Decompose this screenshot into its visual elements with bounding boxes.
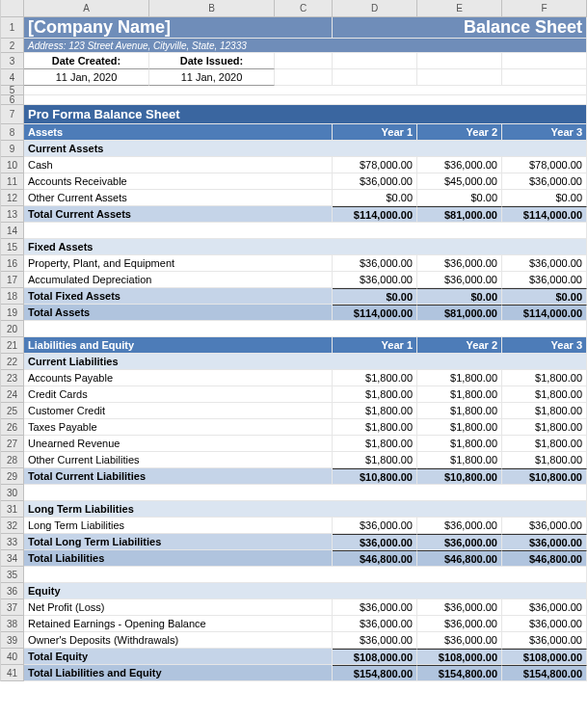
cell[interactable]: $36,000.00 xyxy=(502,255,587,272)
section-title[interactable]: Pro Forma Balance Sheet xyxy=(24,105,587,124)
row-header-34[interactable]: 34 xyxy=(1,550,24,567)
cell[interactable]: $1,800.00 xyxy=(502,386,587,403)
row-header-26[interactable]: 26 xyxy=(1,419,24,436)
row-header-24[interactable]: 24 xyxy=(1,386,24,403)
line-item[interactable]: Taxes Payable xyxy=(24,419,333,436)
blank[interactable] xyxy=(24,86,587,95)
cell[interactable]: $36,000.00 xyxy=(417,534,502,550)
total-current-assets[interactable]: Total Current Assets xyxy=(24,206,333,223)
cell[interactable]: $108,000.00 xyxy=(417,649,502,665)
cell[interactable]: $36,000.00 xyxy=(333,518,417,534)
total-equity[interactable]: Total Equity xyxy=(24,649,333,665)
row-header-36[interactable]: 36 xyxy=(1,583,24,599)
cell[interactable]: $36,000.00 xyxy=(333,255,417,272)
doc-title[interactable]: Balance Sheet xyxy=(333,17,587,39)
row-header-41[interactable]: 41 xyxy=(1,665,24,681)
blank[interactable] xyxy=(24,95,587,105)
cell[interactable]: $154,800.00 xyxy=(502,665,587,681)
cell[interactable]: $36,000.00 xyxy=(333,272,417,288)
cell[interactable]: $36,000.00 xyxy=(333,616,417,632)
cell[interactable]: $36,000.00 xyxy=(417,255,502,272)
cell[interactable]: $36,000.00 xyxy=(333,534,417,550)
row-header-15[interactable]: 15 xyxy=(1,239,24,255)
cell[interactable] xyxy=(333,69,417,86)
current-assets-title[interactable]: Current Assets xyxy=(24,141,587,157)
total-liab[interactable]: Total Liabilities xyxy=(24,550,333,567)
cell[interactable]: $114,000.00 xyxy=(333,206,417,223)
row-header-27[interactable]: 27 xyxy=(1,436,24,452)
cell[interactable]: $81,000.00 xyxy=(417,305,502,321)
col-header-B[interactable]: B xyxy=(149,0,275,17)
company-name[interactable]: [Company Name] xyxy=(24,17,333,39)
line-item[interactable]: Long Term Liabilities xyxy=(24,518,333,534)
cell[interactable]: $36,000.00 xyxy=(417,272,502,288)
line-item[interactable]: Accumulated Depreciation xyxy=(24,272,333,288)
cell[interactable]: $36,000.00 xyxy=(417,157,502,173)
cell[interactable]: $1,800.00 xyxy=(417,419,502,436)
cell[interactable] xyxy=(275,69,333,86)
cell[interactable]: $0.00 xyxy=(502,190,587,206)
current-liab-title[interactable]: Current Liabilities xyxy=(24,354,587,370)
cell[interactable]: $1,800.00 xyxy=(333,419,417,436)
cell[interactable]: $1,800.00 xyxy=(417,452,502,468)
cell[interactable]: $1,800.00 xyxy=(502,452,587,468)
cell[interactable]: $36,000.00 xyxy=(417,632,502,649)
date-issued-label[interactable]: Date Issued: xyxy=(149,53,275,69)
cell[interactable] xyxy=(417,69,502,86)
cell[interactable]: $1,800.00 xyxy=(333,452,417,468)
cell[interactable]: $1,800.00 xyxy=(333,386,417,403)
col-header-E[interactable]: E xyxy=(417,0,502,17)
row-header-16[interactable]: 16 xyxy=(1,255,24,272)
line-item[interactable]: Property, Plant, and Equipment xyxy=(24,255,333,272)
date-created[interactable]: 11 Jan, 2020 xyxy=(24,69,149,86)
row-header-10[interactable]: 10 xyxy=(1,157,24,173)
cell[interactable]: $1,800.00 xyxy=(417,386,502,403)
cell[interactable] xyxy=(24,485,587,501)
row-header-22[interactable]: 22 xyxy=(1,354,24,370)
total-longterm[interactable]: Total Long Term Liabilities xyxy=(24,534,333,550)
cell[interactable]: $36,000.00 xyxy=(502,599,587,616)
cell[interactable]: $78,000.00 xyxy=(333,157,417,173)
cell[interactable]: $36,000.00 xyxy=(502,173,587,190)
cell[interactable]: $36,000.00 xyxy=(502,616,587,632)
line-item[interactable]: Unearned Revenue xyxy=(24,436,333,452)
row-header-5[interactable]: 5 xyxy=(1,86,24,95)
address[interactable]: Address: 123 Street Avenue, Cityville, S… xyxy=(24,39,587,53)
cell[interactable]: $1,800.00 xyxy=(502,370,587,386)
line-item[interactable]: Owner's Deposits (Withdrawals) xyxy=(24,632,333,649)
cell[interactable]: $114,000.00 xyxy=(333,305,417,321)
total-current-liab[interactable]: Total Current Liabilities xyxy=(24,468,333,485)
year2[interactable]: Year 2 xyxy=(417,124,502,141)
row-header-18[interactable]: 18 xyxy=(1,288,24,305)
cell[interactable]: $36,000.00 xyxy=(333,632,417,649)
spreadsheet-grid[interactable]: ABCDEF1[Company Name]Balance Sheet2Addre… xyxy=(0,0,588,681)
line-item[interactable]: Cash xyxy=(24,157,333,173)
row-header-37[interactable]: 37 xyxy=(1,599,24,616)
col-header-A[interactable]: A xyxy=(24,0,149,17)
cell[interactable]: $36,000.00 xyxy=(333,173,417,190)
col-header-F[interactable]: F xyxy=(502,0,587,17)
line-item[interactable]: Credit Cards xyxy=(24,386,333,403)
row-header-20[interactable]: 20 xyxy=(1,321,24,337)
line-item[interactable]: Accounts Receivable xyxy=(24,173,333,190)
line-item[interactable]: Other Current Assets xyxy=(24,190,333,206)
cell[interactable]: $1,800.00 xyxy=(502,436,587,452)
cell[interactable]: $1,800.00 xyxy=(502,419,587,436)
total-liab-equity[interactable]: Total Liabilities and Equity xyxy=(24,665,333,681)
cell[interactable]: $36,000.00 xyxy=(502,518,587,534)
row-header-4[interactable]: 4 xyxy=(1,69,24,86)
date-issued[interactable]: 11 Jan, 2020 xyxy=(149,69,275,86)
row-header-25[interactable]: 25 xyxy=(1,403,24,419)
cell[interactable]: $10,800.00 xyxy=(333,468,417,485)
cell[interactable]: $36,000.00 xyxy=(417,599,502,616)
cell[interactable]: $114,000.00 xyxy=(502,206,587,223)
cell[interactable]: $10,800.00 xyxy=(417,468,502,485)
liab-header[interactable]: Liabilities and Equity xyxy=(24,337,333,354)
cell[interactable]: $1,800.00 xyxy=(417,370,502,386)
row-header-40[interactable]: 40 xyxy=(1,649,24,665)
cell[interactable]: $45,000.00 xyxy=(417,173,502,190)
cell[interactable]: $1,800.00 xyxy=(333,403,417,419)
cell[interactable]: $0.00 xyxy=(333,288,417,305)
total-fixed-assets[interactable]: Total Fixed Assets xyxy=(24,288,333,305)
date-created-label[interactable]: Date Created: xyxy=(24,53,149,69)
